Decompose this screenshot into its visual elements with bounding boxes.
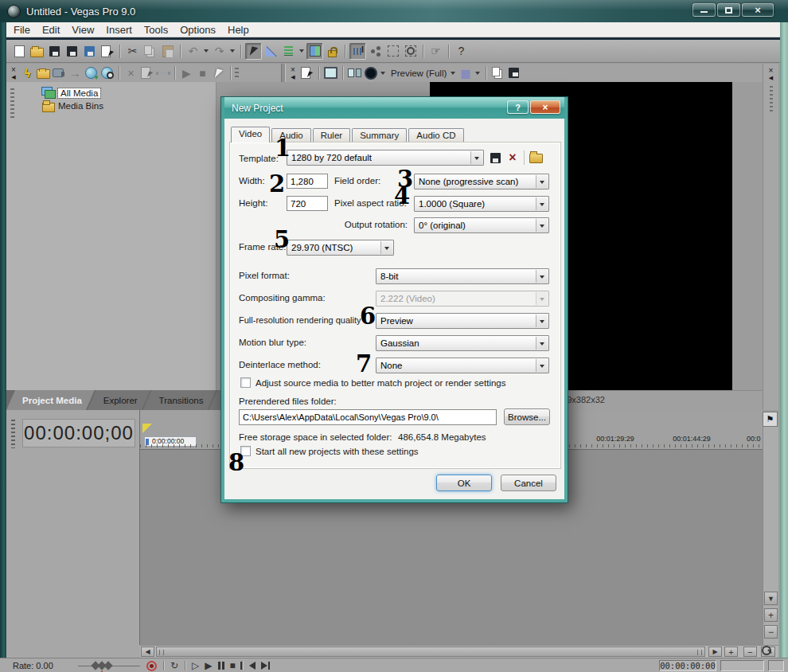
minimize-button[interactable]	[692, 3, 716, 17]
scrollbar-thumb[interactable]	[156, 647, 705, 657]
ok-button[interactable]: OK	[436, 475, 492, 491]
chevron-down-icon[interactable]	[536, 175, 548, 188]
undo-icon[interactable]: ↶	[185, 43, 201, 60]
preview-quality-label[interactable]: Preview (Full)	[391, 68, 447, 78]
zoom-out-tracks-button[interactable]: −	[764, 625, 778, 639]
tab-explorer[interactable]: Explorer	[88, 390, 150, 410]
chevron-down-icon[interactable]	[536, 315, 548, 327]
pane-close-control[interactable]: × ◀	[287, 66, 298, 80]
menu-help[interactable]: Help	[228, 24, 249, 36]
lock-envelopes-icon[interactable]	[324, 43, 341, 60]
pane-close-control[interactable]: × ◀	[766, 67, 777, 81]
template-combo[interactable]: 1280 by 720 default	[287, 150, 484, 166]
menu-tools[interactable]: Tools	[144, 24, 168, 36]
project-properties-icon[interactable]	[99, 43, 115, 60]
chevron-down-icon[interactable]	[536, 270, 548, 283]
loop-playback-button[interactable]: ↻	[170, 661, 178, 670]
output-rotation-combo[interactable]: 0° (original)	[414, 217, 549, 233]
chevron-down-icon[interactable]	[536, 359, 548, 372]
play-from-start-button[interactable]: ▷	[192, 661, 199, 670]
redo-dropdown-icon[interactable]	[230, 49, 235, 53]
capture-video-icon[interactable]	[52, 65, 67, 80]
dialog-close-button[interactable]: ×	[530, 100, 560, 114]
maximize-button[interactable]	[717, 3, 740, 17]
deinterlace-combo[interactable]: None	[376, 357, 549, 373]
marquee-select-icon[interactable]	[384, 43, 401, 60]
zoom-in-time-button[interactable]: +	[724, 647, 738, 657]
copy-snapshot-icon[interactable]	[490, 65, 505, 80]
import-media-icon[interactable]	[36, 65, 51, 80]
tab-transitions[interactable]: Transitions	[143, 390, 217, 410]
normal-edit-tool-icon[interactable]	[245, 43, 262, 60]
scroll-left-button[interactable]: ◀	[141, 647, 154, 657]
chevron-down-icon[interactable]	[536, 337, 548, 350]
tab-project-media[interactable]: Project Media	[6, 390, 95, 410]
split-screen-dropdown-icon[interactable]	[380, 72, 385, 75]
cut-icon[interactable]: ✂	[124, 43, 141, 60]
prerendered-folder-input[interactable]	[239, 409, 497, 425]
enable-snapping-icon[interactable]	[349, 43, 366, 60]
get-media-from-web-icon[interactable]	[84, 65, 99, 80]
interactive-tutorials-icon[interactable]: ☞	[427, 43, 444, 60]
selection-edit-tool-icon[interactable]	[280, 43, 297, 60]
default-cursor-icon[interactable]	[211, 65, 226, 80]
field-order-combo[interactable]: None (progressive scan)	[414, 174, 549, 189]
automatic-crossfades-icon[interactable]	[367, 43, 384, 60]
save-template-icon[interactable]	[487, 150, 503, 166]
tree-item-all-media[interactable]: All Media	[41, 87, 100, 99]
pause-button[interactable]	[218, 662, 224, 670]
tab-ruler[interactable]: Ruler	[313, 128, 350, 142]
rendering-quality-combo[interactable]: Preview	[376, 313, 549, 329]
preview-quality-dropdown-icon[interactable]	[451, 72, 455, 75]
save-snapshot-icon[interactable]	[506, 65, 521, 80]
chevron-down-icon[interactable]	[380, 241, 392, 254]
pixel-format-combo[interactable]: 8-bit	[376, 268, 549, 284]
split-screen-select-icon[interactable]	[363, 65, 378, 80]
frame-rate-combo[interactable]: 29.970 (NTSC)	[287, 240, 394, 256]
undo-dropdown-icon[interactable]	[204, 49, 209, 53]
go-to-start-button[interactable]	[249, 662, 256, 670]
copy-icon[interactable]	[142, 43, 158, 60]
pane-grip[interactable]	[11, 420, 15, 448]
zoom-edit-tool-icon[interactable]	[402, 43, 419, 60]
tree-item-media-bins[interactable]: Media Bins	[41, 100, 103, 111]
zoom-out-time-button[interactable]: −	[743, 647, 757, 657]
pixel-aspect-combo[interactable]: 1.0000 (Square)	[414, 196, 549, 212]
menu-edit[interactable]: Edit	[42, 24, 60, 36]
insert-marker-button[interactable]: ⚑	[763, 412, 778, 427]
menu-insert[interactable]: Insert	[106, 24, 132, 36]
paste-icon[interactable]	[159, 43, 176, 60]
selection-start-timecode[interactable]: 00:00:00:00	[659, 660, 716, 671]
match-media-settings-icon[interactable]	[528, 149, 544, 165]
overlays-dropdown-icon[interactable]	[475, 72, 480, 75]
cancel-button[interactable]: Cancel	[501, 475, 556, 491]
toolbar-grip[interactable]	[235, 68, 239, 79]
save-as-icon[interactable]	[64, 43, 80, 60]
new-project-icon[interactable]	[11, 43, 28, 60]
auto-ripple-icon[interactable]	[306, 43, 323, 60]
tab-video[interactable]: Video	[231, 127, 270, 143]
scroll-right-button[interactable]: ▶	[708, 647, 722, 657]
zoom-tool-button[interactable]	[761, 647, 775, 657]
overlays-grid-icon[interactable]: ▦	[458, 65, 473, 80]
dialog-title-bar[interactable]: New Project ? ×	[221, 97, 568, 119]
width-input[interactable]	[287, 174, 328, 189]
start-preview-icon[interactable]: ▶	[179, 65, 194, 80]
video-output-fx-icon[interactable]	[299, 65, 314, 80]
chevron-down-icon[interactable]	[470, 151, 482, 164]
height-input[interactable]	[287, 196, 328, 211]
whats-this-help-icon[interactable]: ?	[453, 43, 470, 60]
auto-preview-icon[interactable]: ϟ	[20, 65, 35, 80]
playback-rate-slider[interactable]	[78, 666, 140, 666]
media-properties-icon[interactable]	[139, 65, 154, 80]
timeline-vertical-scrollbar[interactable]: ▼ + −	[763, 427, 778, 645]
redo-icon[interactable]: ↷	[211, 43, 228, 60]
edit-cursor-flag[interactable]	[142, 424, 152, 433]
extract-audio-icon[interactable]: →	[68, 65, 83, 80]
stop-button[interactable]: ■	[230, 661, 236, 670]
tab-summary[interactable]: Summary	[352, 128, 407, 142]
chevron-down-icon[interactable]	[536, 219, 548, 232]
delete-template-icon[interactable]: ×	[505, 150, 521, 166]
save-icon[interactable]	[46, 43, 63, 60]
scroll-down-button[interactable]: ▼	[764, 592, 778, 605]
